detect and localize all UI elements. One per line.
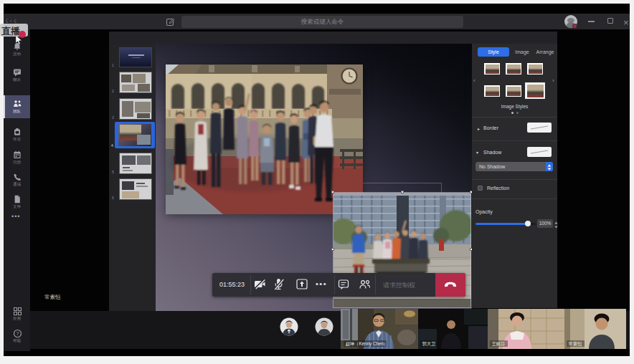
- svg-text:?: ?: [16, 331, 19, 336]
- svg-text:郭大卫: 郭大卫: [422, 341, 437, 347]
- svg-text:赵坤（Kenny Chen）: 赵坤（Kenny Chen）: [346, 341, 389, 347]
- svg-text:王丽芬: 王丽芬: [492, 341, 506, 347]
- svg-text:常素恒: 常素恒: [569, 341, 583, 346]
